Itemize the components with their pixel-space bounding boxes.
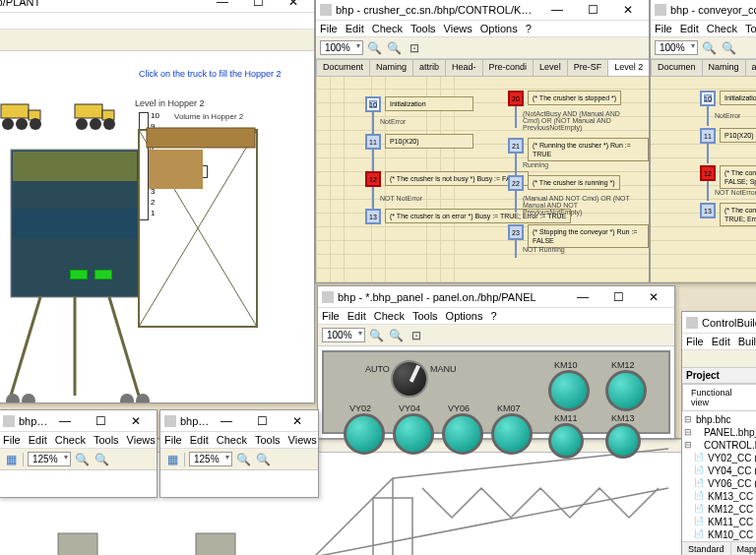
- action-20[interactable]: (* The crusher is stopped *): [528, 91, 621, 105]
- maximize-button[interactable]: ☐: [601, 288, 635, 306]
- menu-edit[interactable]: Edit: [680, 23, 699, 34]
- menu-tools[interactable]: Tools: [745, 23, 756, 34]
- menu-views[interactable]: Views: [127, 434, 156, 446]
- caction-11[interactable]: P10(X20): [720, 128, 756, 143]
- tab-naming[interactable]: Naming: [702, 59, 746, 76]
- maximize-button[interactable]: ☐: [245, 412, 279, 430]
- tool-icon[interactable]: ▦: [164, 452, 180, 467]
- minimize-button[interactable]: —: [540, 1, 574, 19]
- zoom-select[interactable]: 100%: [320, 40, 363, 55]
- menu-check[interactable]: Check: [217, 434, 247, 446]
- menu-check[interactable]: Check: [707, 23, 737, 34]
- tab-doc[interactable]: Document: [316, 59, 370, 76]
- caction-10[interactable]: Initialization: [720, 91, 756, 105]
- step-13[interactable]: 13: [365, 209, 381, 224]
- menu-file[interactable]: File: [164, 434, 182, 446]
- menu-edit[interactable]: Edit: [346, 23, 364, 34]
- zoom-select[interactable]: 125%: [28, 452, 71, 466]
- maximize-button[interactable]: ☐: [576, 1, 609, 19]
- zoom-fit-icon[interactable]: ⊡: [407, 40, 422, 56]
- btn-vy04[interactable]: [393, 413, 434, 455]
- action-10[interactable]: Initialization: [385, 96, 473, 111]
- menu-file[interactable]: File: [655, 23, 672, 34]
- menu-help[interactable]: ?: [526, 23, 532, 34]
- action-21[interactable]: (* Running the crusher *) Run := TRUE: [528, 138, 649, 161]
- maximize-button[interactable]: ☐: [241, 0, 275, 11]
- zoom-out-icon[interactable]: 🔍: [367, 40, 383, 56]
- menu-edit[interactable]: Edit: [712, 336, 730, 347]
- minimize-button[interactable]: —: [206, 0, 239, 11]
- plant-titlebar[interactable]: bhp - plant.on./bhp/PLANT — ☐ ✕: [0, 0, 314, 13]
- btab-standard[interactable]: Standard: [682, 542, 731, 555]
- conveyor-titlebar[interactable]: bhp - conveyor_cc.sn./bhp/C: [651, 0, 756, 21]
- belt2-canvas[interactable]: [160, 470, 318, 497]
- step-20[interactable]: 20: [508, 91, 524, 106]
- step-21[interactable]: 21: [508, 138, 524, 154]
- tab-attr[interactable]: attr: [745, 59, 756, 76]
- node-panel[interactable]: PANEL.bhp_pa: [684, 426, 756, 439]
- panel-titlebar[interactable]: bhp - *.bhp_panel - panel.on./bhp/PANEL …: [318, 286, 674, 308]
- leaf-km10[interactable]: KM10_CC (c: [684, 528, 756, 541]
- minimize-button[interactable]: —: [48, 412, 82, 430]
- zoom-out-icon[interactable]: 🔍: [236, 452, 252, 467]
- tab-doc[interactable]: Documen: [651, 59, 703, 76]
- close-button[interactable]: ✕: [281, 412, 314, 430]
- close-button[interactable]: ✕: [277, 0, 310, 11]
- action-11[interactable]: P10(X20): [385, 134, 473, 149]
- btn-km07[interactable]: [491, 413, 533, 455]
- menu-help[interactable]: ?: [491, 310, 497, 322]
- leaf-km13[interactable]: KM13_CC (c: [684, 490, 756, 503]
- close-button[interactable]: ✕: [119, 412, 153, 430]
- tab-head[interactable]: Head-: [445, 59, 483, 76]
- proj-titlebar[interactable]: ControlBuild - bhp: [682, 312, 756, 334]
- leaf-vy02[interactable]: VY02_CC (vi: [684, 452, 756, 464]
- action-22[interactable]: (* The crusher is running *): [528, 175, 620, 190]
- zoom-select[interactable]: 125%: [189, 452, 232, 466]
- btn-km13[interactable]: [605, 423, 641, 459]
- tab-naming[interactable]: Naming: [369, 59, 413, 76]
- crusher-titlebar[interactable]: bhp - crusher_cc.sn./bhp/CONTROL/KM07_CC…: [316, 0, 649, 21]
- cstep-12[interactable]: 12: [700, 165, 716, 181]
- action-12[interactable]: (* The crusher is not busy *) Busy := FA…: [385, 171, 529, 186]
- leaf-vy06[interactable]: VY06_CC (vi: [684, 477, 756, 490]
- tab-level2[interactable]: Level 2: [607, 59, 649, 76]
- close-button[interactable]: ✕: [611, 1, 645, 19]
- zoom-fit-icon[interactable]: ⊡: [409, 328, 424, 343]
- menu-tools[interactable]: Tools: [412, 310, 438, 322]
- cstep-13[interactable]: 13: [700, 203, 716, 218]
- menu-file[interactable]: File: [320, 23, 338, 34]
- node-root[interactable]: bhp.bhc: [684, 413, 756, 426]
- tab-presf[interactable]: Pre-SF: [567, 59, 609, 76]
- menu-check[interactable]: Check: [372, 23, 403, 34]
- menu-file[interactable]: File: [3, 434, 21, 446]
- cstep-10[interactable]: 10: [700, 91, 716, 106]
- caction-13[interactable]: (* The conveyor is on error *) Busy := T…: [720, 203, 756, 226]
- menu-options[interactable]: Options: [480, 23, 518, 34]
- zoom-in-icon[interactable]: 🔍: [94, 452, 110, 467]
- leaf-km11[interactable]: KM11_CC (c: [684, 516, 756, 528]
- step-11[interactable]: 11: [365, 134, 381, 150]
- btn-km10[interactable]: [548, 370, 590, 411]
- step-12[interactable]: 12: [365, 171, 381, 187]
- leaf-vy04[interactable]: VY04_CC (vi: [684, 464, 756, 477]
- action-23[interactable]: (* Stopping the conveyor *) Run := FALSE: [528, 224, 649, 248]
- node-control[interactable]: CONTROL.bhp: [684, 439, 756, 452]
- menu-tools[interactable]: Tools: [255, 434, 281, 446]
- btn-km12[interactable]: [605, 370, 647, 411]
- leaf-km12[interactable]: KM12_CC (c: [684, 503, 756, 516]
- step-23[interactable]: 23: [508, 224, 524, 240]
- zoom-in-icon[interactable]: 🔍: [389, 328, 405, 343]
- menu-file[interactable]: File: [322, 310, 340, 322]
- menu-edit[interactable]: Edit: [29, 434, 47, 446]
- cstep-11[interactable]: 11: [700, 128, 716, 144]
- zoom-out-icon[interactable]: 🔍: [702, 40, 718, 56]
- btn-vy06[interactable]: [442, 413, 483, 455]
- menu-views[interactable]: Views: [444, 23, 472, 34]
- belt1-canvas[interactable]: [0, 470, 157, 497]
- tab-level[interactable]: Level: [533, 59, 568, 76]
- zoom-in-icon[interactable]: 🔍: [387, 40, 403, 56]
- zoom-select[interactable]: 100%: [322, 328, 365, 342]
- close-button[interactable]: ✕: [637, 288, 670, 306]
- tab-functional[interactable]: Functional view: [682, 384, 756, 410]
- menu-build[interactable]: Build: [738, 336, 756, 347]
